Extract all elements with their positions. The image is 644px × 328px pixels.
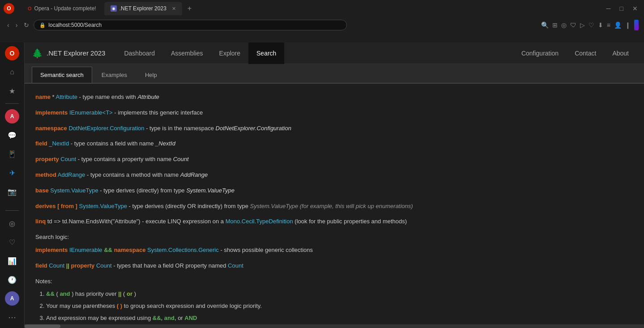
- sidebar-home-icon[interactable]: ⌂: [5, 65, 19, 79]
- play-icon[interactable]: ▷: [580, 21, 585, 29]
- tab-net-icon: ◉: [111, 5, 117, 12]
- sidebar-bottom: ◎ ♡ 📊 🕐 A ⋯: [5, 209, 19, 324]
- sidebar-player-icon[interactable]: ◎: [5, 216, 19, 230]
- sidebar-more-icon[interactable]: ⋯: [5, 310, 19, 324]
- refresh-button[interactable]: ↻: [22, 21, 31, 30]
- tab-opera-label: Opera - Update complete!: [34, 5, 96, 12]
- nav-about[interactable]: About: [604, 43, 637, 64]
- sidebar-account-icon[interactable]: A: [5, 291, 19, 306]
- tab-net-label: .NET Explorer 2023: [119, 5, 166, 12]
- logo-icon: 🌲: [32, 48, 43, 59]
- search-logic-label: Search logic:: [35, 233, 633, 242]
- sidebar-wishlist-icon[interactable]: ♡: [5, 235, 19, 249]
- opera-button[interactable]: O: [4, 3, 14, 14]
- opera-sidebar-icon[interactable]: [634, 20, 639, 30]
- app-nav: 🌲 .NET Explorer 2023 Dashboard Assemblie…: [25, 43, 644, 64]
- line-method: method AddRange - type contains a method…: [35, 170, 633, 180]
- line-derives: derives [ from ] System.ValueType - type…: [35, 202, 633, 211]
- sidebar-toggle-icon[interactable]: ❙: [625, 21, 631, 29]
- note-1: && ( and ) has priority over || ( or ): [46, 290, 633, 299]
- content-tab-row: Semantic search Examples Help: [25, 64, 644, 84]
- extensions-icon[interactable]: ⊞: [552, 21, 558, 29]
- app-logo: 🌲 .NET Explorer 2023: [32, 48, 105, 59]
- heart-icon[interactable]: ♡: [589, 21, 594, 29]
- toolbar-icons: 🔍 ⊞ ◎ 🛡 ▷ ♡ ⬇ ≡ 👤 ❙: [541, 20, 639, 30]
- tab-net-explorer[interactable]: ◉ .NET Explorer 2023 ✕: [104, 2, 182, 15]
- line-property: property Count - type contains a propert…: [35, 155, 633, 164]
- sidebar-history-icon[interactable]: 🕐: [5, 273, 19, 287]
- sidebar-whatsapp-icon[interactable]: 📱: [5, 147, 19, 161]
- tab-opera-icon: O: [28, 6, 32, 11]
- tab-help[interactable]: Help: [136, 67, 166, 83]
- line-implements: implements IEnumerable<T> - implements t…: [35, 108, 633, 118]
- nav-assemblies[interactable]: Assemblies: [163, 43, 211, 64]
- horizontal-scrollbar[interactable]: [25, 324, 644, 328]
- sidebar-ai-icon[interactable]: A: [5, 109, 19, 124]
- nav-links: Dashboard Assemblies Explore Search: [116, 43, 284, 64]
- wallet-icon[interactable]: ◎: [561, 21, 567, 29]
- title-bar: O O Opera - Update complete! ◉ .NET Expl…: [0, 0, 644, 17]
- download-icon[interactable]: ⬇: [598, 21, 603, 29]
- main-content: name * Attribute - type name ends with A…: [25, 84, 644, 328]
- nav-contact[interactable]: Contact: [567, 43, 604, 64]
- notes-list: && ( and ) has priority over || ( or ) Y…: [35, 290, 633, 328]
- minimize-button[interactable]: ─: [604, 4, 614, 13]
- forward-button[interactable]: ›: [14, 21, 20, 30]
- nav-dashboard[interactable]: Dashboard: [116, 43, 163, 64]
- nav-search[interactable]: Search: [248, 43, 284, 64]
- shield-icon[interactable]: 🛡: [570, 21, 576, 29]
- sidebar-stats-icon[interactable]: 📊: [5, 254, 19, 268]
- sidebar-messenger-icon[interactable]: 💬: [5, 128, 19, 142]
- logic-line-2: field Count || property Count - types th…: [35, 261, 633, 271]
- back-button[interactable]: ‹: [5, 21, 11, 30]
- nav-explore[interactable]: Explore: [211, 43, 248, 64]
- kw-name: name: [35, 94, 51, 100]
- menu-icon[interactable]: ≡: [607, 21, 610, 29]
- tab-close-icon[interactable]: ✕: [172, 6, 176, 12]
- kw-implements: implements: [35, 109, 68, 116]
- tab-opera-update[interactable]: O Opera - Update complete!: [21, 2, 102, 15]
- line-field: field _NextId - type contains a field wi…: [35, 139, 633, 149]
- note-3: And expression may be expressed using &&…: [46, 314, 633, 323]
- browser-sidebar: O ⌂ ★ A 💬 📱 ✈ 📷 ◎ ♡ 📊 🕐 A ⋯: [0, 43, 25, 328]
- nav-right: Configuration Contact About: [513, 43, 637, 64]
- line-namespace: namespace DotNetExplorer.Configuration -…: [35, 124, 633, 133]
- browser-toolbar: ‹ › ↻ 🔒 localhost:5000/Search 🔍 ⊞ ◎ 🛡 ▷ …: [0, 17, 644, 33]
- tab-examples[interactable]: Examples: [93, 67, 136, 83]
- app-content: 🌲 .NET Explorer 2023 Dashboard Assemblie…: [25, 43, 644, 328]
- notes-label: Notes:: [35, 277, 633, 286]
- sidebar-divider-2: [5, 210, 19, 211]
- close-button[interactable]: ✕: [630, 4, 640, 13]
- sidebar-bookmarks-icon[interactable]: ★: [5, 84, 19, 98]
- browser-chrome: O O Opera - Update complete! ◉ .NET Expl…: [0, 0, 644, 43]
- tab-semantic-search[interactable]: Semantic search: [32, 67, 92, 83]
- note-2: Your may use parentheses ( ) to group se…: [46, 302, 633, 311]
- nav-configuration[interactable]: Configuration: [513, 43, 567, 64]
- maximize-button[interactable]: □: [617, 4, 626, 13]
- sidebar-divider-1: [5, 103, 19, 104]
- line-base: base System.ValueType - type derives (di…: [35, 186, 633, 196]
- address-bar[interactable]: 🔒 localhost:5000/Search: [34, 20, 347, 30]
- sidebar-opera-icon[interactable]: O: [5, 46, 19, 60]
- scrollbar-thumb[interactable]: [25, 324, 60, 328]
- sidebar-instagram-icon[interactable]: 📷: [5, 184, 19, 199]
- logo-text: .NET Explorer 2023: [47, 49, 105, 57]
- line-linq: linq td => td.Name.EndsWith("Attribute")…: [35, 217, 633, 226]
- kw-attribute-cyan: Attribute: [56, 94, 77, 100]
- search-toolbar-icon[interactable]: 🔍: [541, 21, 549, 29]
- add-tab-button[interactable]: +: [184, 3, 195, 14]
- lock-icon: 🔒: [39, 22, 46, 28]
- sidebar-telegram-icon[interactable]: ✈: [5, 166, 19, 180]
- url-text: localhost:5000/Search: [48, 22, 102, 28]
- line-name-attribute: name * Attribute - type name ends with A…: [35, 93, 633, 102]
- account-toolbar-icon[interactable]: 👤: [614, 21, 622, 29]
- logic-line-1: implements IEnumerable && namespace Syst…: [35, 246, 633, 255]
